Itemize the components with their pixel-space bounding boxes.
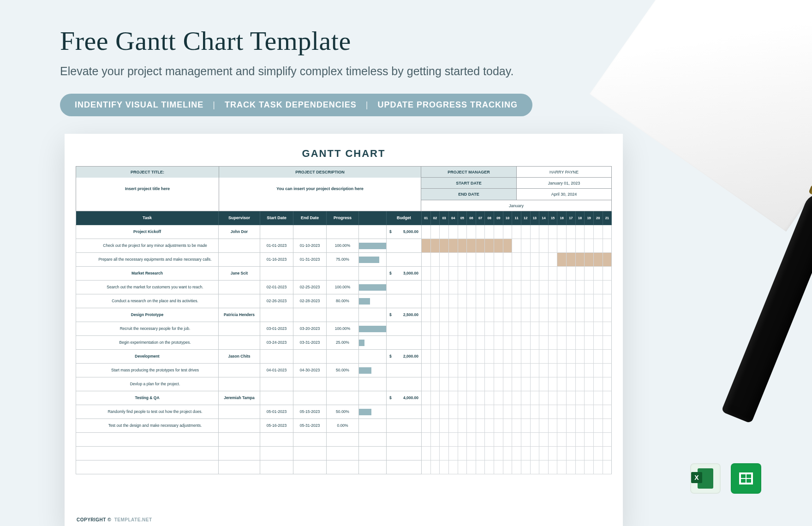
day-header-cell: 12: [521, 211, 531, 225]
day-cell: [549, 460, 558, 474]
task-start[interactable]: 01-16-2023: [260, 253, 293, 267]
task-end[interactable]: 02-25-2023: [293, 281, 327, 294]
day-cell: [539, 377, 549, 391]
task-start[interactable]: 02-01-2023: [260, 281, 293, 294]
section-row: Development Jason Chits $2,000.00: [76, 350, 612, 364]
task-progress[interactable]: 100.00%: [327, 239, 359, 253]
task-progress[interactable]: 75.00%: [327, 253, 359, 267]
day-cell: [467, 294, 476, 308]
day-cell: [521, 447, 531, 460]
day-cell: [557, 239, 567, 253]
day-cell: [539, 350, 549, 364]
day-cell: [603, 433, 612, 447]
task-end[interactable]: 01-31-2023: [293, 253, 327, 267]
task-end[interactable]: 05-31-2023: [293, 419, 327, 433]
day-cell: [594, 267, 603, 281]
day-cell: [549, 405, 558, 419]
task-end[interactable]: 03-20-2023: [293, 322, 327, 336]
task-name[interactable]: Devlop a plan for the project.: [76, 377, 219, 391]
day-cell: [549, 350, 558, 364]
task-start[interactable]: [260, 377, 293, 391]
end-date-value[interactable]: April 30, 2024: [516, 189, 611, 200]
task-end[interactable]: 02-28-2023: [293, 294, 327, 308]
task-name[interactable]: Prepare all the necessary equipments and…: [76, 253, 219, 267]
day-cell: [539, 253, 549, 267]
task-name[interactable]: Begin experimentation on the prototypes.: [76, 336, 219, 350]
day-cell: [440, 225, 449, 239]
task-name[interactable]: Conduct a research on the place and its …: [76, 294, 219, 308]
day-cell: [576, 391, 585, 405]
day-cell: [431, 253, 440, 267]
task-end[interactable]: 03-31-2023: [293, 336, 327, 350]
day-cell: [476, 308, 485, 322]
day-cell: [549, 364, 558, 377]
day-cell: [539, 419, 549, 433]
start-date-value[interactable]: January 01, 2023: [516, 178, 611, 189]
day-cell: [485, 447, 494, 460]
task-start[interactable]: 02-26-2023: [260, 294, 293, 308]
day-cell: [549, 447, 558, 460]
day-cell: [567, 405, 576, 419]
day-cell: [567, 294, 576, 308]
day-cell: [531, 281, 540, 294]
task-progress[interactable]: 0.00%: [327, 419, 359, 433]
task-progress[interactable]: 50.00%: [327, 405, 359, 419]
day-cell: [449, 433, 458, 447]
day-cell: [567, 419, 576, 433]
task-name[interactable]: Randomly find people to test out how the…: [76, 405, 219, 419]
task-start[interactable]: 05-16-2023: [260, 419, 293, 433]
day-cell: [476, 225, 485, 239]
task-name[interactable]: Recruit the necessary people for the job…: [76, 322, 219, 336]
task-progress[interactable]: 50.00%: [327, 364, 359, 377]
day-cell: [512, 267, 521, 281]
task-start[interactable]: 03-24-2023: [260, 336, 293, 350]
task-start[interactable]: 05-01-2023: [260, 405, 293, 419]
day-cell: [567, 281, 576, 294]
task-end[interactable]: 04-30-2023: [293, 364, 327, 377]
day-cell: [603, 336, 612, 350]
day-cell: [576, 294, 585, 308]
day-cells: [422, 419, 612, 433]
day-cell: [512, 308, 521, 322]
task-name[interactable]: Check out the project for any minor adju…: [76, 239, 219, 253]
blank-row: [76, 460, 612, 474]
project-desc-value[interactable]: You can insert your project description …: [219, 178, 421, 200]
day-cell: [585, 405, 594, 419]
task-name[interactable]: Search out the market for customers you …: [76, 281, 219, 294]
task-start[interactable]: 01-01-2023: [260, 239, 293, 253]
day-cell: [494, 239, 503, 253]
day-cell: [585, 253, 594, 267]
task-progress[interactable]: [327, 377, 359, 391]
task-progress[interactable]: 25.00%: [327, 336, 359, 350]
day-cell: [476, 294, 485, 308]
task-start[interactable]: 03-01-2023: [260, 322, 293, 336]
day-cell: [594, 391, 603, 405]
task-name[interactable]: Test out the design and make necessary a…: [76, 419, 219, 433]
task-progress[interactable]: 100.00%: [327, 322, 359, 336]
day-cell: [467, 460, 476, 474]
section-name: Project Kickoff: [76, 225, 219, 239]
task-progress[interactable]: 100.00%: [327, 281, 359, 294]
day-cell: [567, 308, 576, 322]
manager-value[interactable]: HARRY PAYNE: [516, 167, 611, 178]
day-cell: [476, 419, 485, 433]
day-cell: [594, 405, 603, 419]
task-name[interactable]: Start mass producing the prototypes for …: [76, 364, 219, 377]
day-cell: [539, 322, 549, 336]
task-start[interactable]: 04-01-2023: [260, 364, 293, 377]
day-cell: [431, 419, 440, 433]
project-title-value[interactable]: Insert project title here: [76, 178, 219, 200]
day-cell: [585, 350, 594, 364]
day-cell: [476, 350, 485, 364]
day-cell: [503, 239, 513, 253]
day-cell: [567, 391, 576, 405]
task-end[interactable]: [293, 377, 327, 391]
task-end[interactable]: 01-10-2023: [293, 239, 327, 253]
supervisor: Jane Scit: [219, 267, 260, 281]
day-cell: [521, 281, 531, 294]
day-cell: [557, 225, 567, 239]
task-end[interactable]: 05-15-2023: [293, 405, 327, 419]
day-cell: [539, 267, 549, 281]
task-row: Prepare all the necessary equipments and…: [76, 253, 612, 267]
task-progress[interactable]: 80.00%: [327, 294, 359, 308]
